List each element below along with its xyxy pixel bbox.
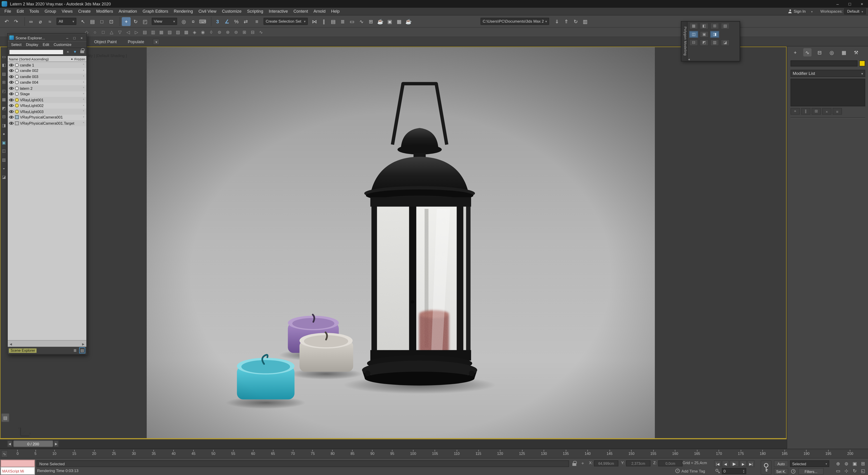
dock-toolbar-icon-17[interactable]: ⊚ (216, 29, 223, 36)
modifier-stack[interactable] (790, 79, 865, 106)
visibility-eye-icon[interactable] (9, 115, 14, 119)
select-and-rotate-icon[interactable]: ↻ (131, 17, 140, 26)
clear-search-icon[interactable]: × (65, 49, 71, 55)
render-setup-icon[interactable]: ▣ (385, 17, 394, 26)
dock-toolbar-icon-13[interactable]: ▩ (183, 29, 190, 36)
show-end-result-icon[interactable]: ∥ (801, 108, 811, 115)
material-editor-icon[interactable]: ☕ (376, 17, 385, 26)
visibility-eye-icon[interactable] (9, 110, 14, 113)
mirror-icon[interactable]: ⋈ (310, 17, 319, 26)
frozen-toggle-icon[interactable]: * (82, 121, 85, 125)
scene-explorer-row[interactable]: VRayLight003 * (8, 109, 86, 115)
make-unique-icon[interactable]: ⊞ (811, 108, 821, 115)
close-button[interactable]: × (856, 0, 868, 8)
object-name[interactable]: latern 2 (20, 86, 81, 90)
left-dock-icon-14[interactable]: ◒ (0, 165, 7, 172)
x-coordinate-field[interactable]: 64,999cm (594, 460, 618, 467)
pm-button-10[interactable]: ▥ (710, 39, 719, 46)
zoom-extents-all-icon[interactable]: ⊞ (859, 460, 867, 467)
left-dock-icon-12[interactable]: ◫ (0, 148, 7, 154)
time-slider-prev-icon[interactable]: ◀ (7, 440, 12, 447)
y-coordinate-field[interactable]: 2,373cm (626, 460, 651, 467)
zoom-icon[interactable]: ⊕ (834, 460, 842, 467)
visibility-eye-icon[interactable] (9, 92, 14, 96)
percent-snap-icon[interactable]: % (232, 17, 241, 26)
frozen-toggle-icon[interactable]: * (82, 75, 85, 78)
camera-viewport[interactable]: lity ] [Default Shading ] z x (0, 47, 786, 439)
menu-item[interactable]: Interactive (266, 9, 291, 14)
frozen-toggle-icon[interactable]: * (82, 81, 85, 84)
scene-explorer-menu-item[interactable]: Select (9, 43, 24, 47)
ribbon-expand-icon[interactable]: ▾ (153, 38, 160, 44)
time-slider-handle[interactable]: 0 / 200 (13, 440, 53, 447)
left-dock-icon-8[interactable]: ⊟ (0, 113, 7, 120)
scene-explorer-dock-label[interactable]: Scene Explorer (9, 348, 37, 353)
select-object-icon[interactable]: ↖ (79, 17, 88, 26)
previous-frame-icon[interactable]: ◀ (722, 460, 729, 467)
edit-named-selection-sets-icon[interactable]: ≡ (252, 17, 261, 26)
create-tab-icon[interactable]: + (791, 48, 800, 57)
scene-explorer-row[interactable]: candle 004 * (8, 80, 86, 85)
scene-redo-icon[interactable]: ⇑ (562, 17, 571, 26)
scene-refresh-icon[interactable]: ↻ (571, 17, 580, 26)
visibility-eye-icon[interactable] (9, 63, 14, 67)
visibility-eye-icon[interactable] (9, 75, 14, 79)
use-pivot-center-icon[interactable]: ◎ (179, 17, 188, 26)
object-name[interactable]: VRayLight001 (20, 98, 81, 102)
menu-item[interactable]: Graph Editors (140, 9, 171, 14)
maxscript-mini-listener-macro[interactable] (0, 460, 35, 467)
scene-explorer-search-input[interactable] (9, 49, 64, 55)
dock-toolbar-icon-22[interactable]: ∿ (257, 29, 265, 36)
scene-explorer-row[interactable]: candle 1 * (8, 62, 86, 68)
menu-item[interactable]: Create (75, 9, 94, 14)
modifier-list-dropdown[interactable]: Modifier List ▾ (790, 70, 865, 77)
selection-lock-icon[interactable] (571, 460, 577, 467)
frozen-toggle-icon[interactable]: * (82, 98, 85, 101)
align-icon[interactable]: ∥ (319, 17, 328, 26)
menu-item[interactable]: Content (291, 9, 311, 14)
key-filters-clock-icon[interactable] (790, 468, 796, 474)
modify-tab-icon[interactable]: ∿ (803, 48, 811, 57)
dock-toolbar-icon-4[interactable]: △ (108, 29, 115, 36)
next-frame-icon[interactable]: ▶ (740, 460, 747, 467)
field-of-view-icon[interactable]: ▭ (834, 468, 842, 474)
pin-stack-icon[interactable]: ⌖ (790, 108, 800, 115)
visibility-eye-icon[interactable] (9, 81, 14, 84)
selected-dropdown[interactable]: Selected ▾ (790, 460, 829, 467)
scene-explorer-horizontal-scrollbar[interactable]: ◀ ▶ (8, 340, 86, 347)
left-dock-icon-4[interactable]: ⊞ (0, 79, 7, 86)
keyboard-override-icon[interactable]: ⌨ (198, 17, 207, 26)
scene-explorer-row[interactable]: VRayLight002 * (8, 103, 86, 109)
dock-toolbar-icon-6[interactable]: ◁ (125, 29, 132, 36)
go-to-end-icon[interactable]: ▶| (747, 460, 754, 467)
object-name[interactable]: Stage (20, 92, 81, 96)
toggle-scene-explorer-icon[interactable]: ▤ (329, 17, 338, 26)
project-folder-dropdown[interactable]: C:\Users\PC\Documents\3ds Max 2020▾ (480, 18, 549, 25)
play-icon[interactable]: ▶ (730, 460, 739, 467)
angle-snap-icon[interactable]: ∠ (222, 17, 231, 26)
left-dock-icon-6[interactable]: ▦ (0, 96, 7, 103)
select-and-move-icon[interactable]: + (122, 17, 131, 26)
reference-coordinate-dropdown[interactable]: View▾ (152, 18, 177, 25)
viewport-layout-tab-icon[interactable]: ▤ (1, 413, 9, 422)
scene-explorer-minimize-button[interactable]: – (64, 34, 71, 41)
select-by-name-icon[interactable]: ▤ (88, 17, 97, 26)
scene-explorer-row[interactable]: candle 003 * (8, 74, 86, 80)
menu-item[interactable]: Views (59, 9, 75, 14)
minimize-button[interactable]: – (831, 0, 844, 8)
frozen-toggle-icon[interactable]: * (82, 92, 85, 96)
object-name[interactable]: VRayPhysicalCamera001 (20, 115, 81, 119)
pm-button-4[interactable]: ▤ (721, 23, 730, 29)
menu-item[interactable]: Tools (27, 9, 42, 14)
undo-icon[interactable]: ↶ (2, 17, 11, 26)
menu-item[interactable]: Arnold (311, 9, 329, 14)
key-filters-button[interactable]: Filters... (798, 468, 824, 475)
track-bar[interactable]: ∿ 05101520253035404550556065707580859095… (0, 449, 868, 459)
dock-toolbar-icon-3[interactable]: □ (100, 29, 107, 36)
scroll-right-icon[interactable]: ▶ (81, 342, 86, 346)
frozen-toggle-icon[interactable]: * (82, 116, 85, 119)
select-and-scale-icon[interactable]: ◰ (141, 17, 149, 26)
dock-toolbar-icon-10[interactable]: ▦ (158, 29, 165, 36)
visibility-eye-icon[interactable] (9, 69, 14, 72)
viewport-label[interactable]: lity ] [Default Shading ] (88, 54, 127, 58)
